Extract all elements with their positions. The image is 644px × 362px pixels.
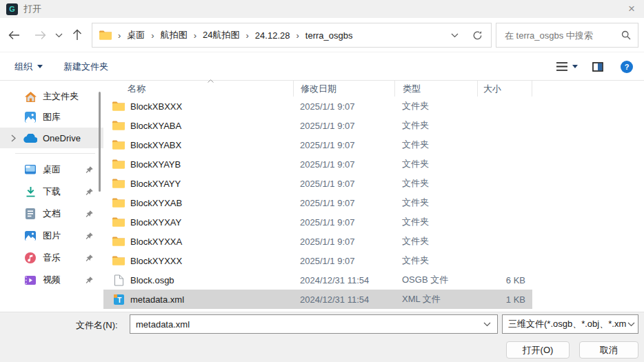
file-rows: BlockXBXXX2025/1/1 9:07文件夹BlockXYABA2025… (103, 97, 644, 309)
sidebar-item-pictures[interactable]: 图片 (0, 225, 103, 247)
file-type-cell: 文件夹 (394, 254, 477, 267)
table-row[interactable]: BlockXYXXA2025/1/1 9:07文件夹 (103, 232, 532, 251)
expander-chevron-icon[interactable] (8, 134, 18, 142)
preview-pane-icon[interactable] (592, 62, 603, 72)
folder-icon (112, 101, 125, 111)
file-name: BlockXBXXX (130, 101, 182, 112)
pin-icon (85, 210, 94, 219)
column-header[interactable]: 类型 (394, 81, 477, 97)
table-row[interactable]: BlockXYXAB2025/1/1 9:07文件夹 (103, 193, 532, 212)
sidebar-pinned-group: 桌面下载文档图片音乐视频 (0, 159, 103, 291)
folder-icon (112, 179, 125, 188)
table-row[interactable]: BlockXYAYY2025/1/1 9:07文件夹 (103, 174, 532, 193)
breadcrumb-folder-icon (99, 30, 112, 40)
breadcrumb-item[interactable]: 桌面 (127, 29, 145, 41)
sidebar-scrollbar[interactable] (99, 92, 101, 192)
file-type-cell: 文件夹 (394, 119, 477, 132)
breadcrumb-item[interactable]: 航拍图 (161, 29, 188, 41)
file-type-cell: OSGB 文件 (394, 274, 477, 286)
column-header[interactable]: 修改日期 (293, 81, 394, 97)
folder-icon (112, 140, 125, 150)
table-row[interactable]: Tmetadata.xml2024/12/31 11:54XML 文件1 KB (103, 290, 532, 309)
list-header: 名称修改日期类型大小 (103, 81, 644, 97)
sidebar-item-gallery[interactable]: 图库 (0, 107, 103, 128)
desktop-icon (23, 165, 37, 174)
file-name-cell: Tmetadata.xml (103, 294, 293, 305)
file-type-cell: 文件夹 (394, 235, 477, 248)
up-button[interactable] (72, 29, 82, 41)
filename-dropdown-chevron-icon[interactable] (483, 322, 497, 327)
open-button[interactable]: 打开(O) (506, 341, 570, 359)
videos-icon (23, 276, 37, 285)
sidebar-item-desktop[interactable]: 桌面 (0, 159, 103, 181)
back-button[interactable] (8, 30, 20, 40)
search-input[interactable] (503, 30, 621, 41)
file-type-cell: 文件夹 (394, 100, 477, 112)
recent-locations-chevron-icon[interactable] (55, 33, 63, 38)
documents-icon (23, 208, 37, 219)
sidebar-item-home[interactable]: 主文件夹 (0, 86, 103, 107)
cancel-button[interactable]: 取消 (579, 341, 638, 359)
view-options-button[interactable] (556, 62, 578, 71)
table-row[interactable]: BlockXYABA2025/1/1 9:07文件夹 (103, 116, 532, 135)
sidebar-item-documents[interactable]: 文档 (0, 203, 103, 225)
breadcrumb-separator: › (117, 30, 121, 41)
file-date-cell: 2025/1/1 9:07 (293, 121, 394, 131)
breadcrumb-item[interactable]: 24.12.28 (255, 30, 290, 41)
sidebar-item-music[interactable]: 音乐 (0, 247, 103, 269)
file-name-cell: Block.osgb (103, 274, 293, 286)
file-name: Block.osgb (130, 275, 174, 285)
music-icon (23, 252, 37, 263)
table-row[interactable]: BlockXYABX2025/1/1 9:07文件夹 (103, 135, 532, 154)
sidebar-item-videos[interactable]: 视频 (0, 269, 103, 291)
close-icon[interactable]: × (628, 2, 635, 16)
help-icon[interactable]: ? (621, 61, 633, 73)
gallery-icon (23, 112, 37, 123)
sort-ascending-icon[interactable] (208, 79, 214, 83)
folder-icon (112, 121, 125, 130)
filename-input[interactable] (130, 319, 483, 330)
filename-label: 文件名(N): (76, 319, 118, 332)
file-date-cell: 2025/1/1 9:07 (293, 237, 394, 247)
new-folder-label: 新建文件夹 (63, 61, 108, 73)
filetype-select[interactable]: 三维文件(*.osgb、*.obj、*.xm (502, 314, 638, 334)
table-row[interactable]: BlockXYXXX2025/1/1 9:07文件夹 (103, 251, 532, 270)
downloads-icon (23, 186, 37, 197)
file-type-cell: 文件夹 (394, 216, 477, 228)
table-row[interactable]: BlockXBXXX2025/1/1 9:07文件夹 (103, 97, 532, 116)
new-folder-button[interactable]: 新建文件夹 (63, 61, 108, 73)
sidebar-item-label: 视频 (43, 274, 61, 286)
organize-button[interactable]: 组织 (14, 61, 43, 73)
breadcrumb-separator: › (150, 30, 154, 41)
caret-down-icon (37, 65, 43, 68)
pictures-icon (23, 231, 37, 241)
file-name-cell: BlockXYXXA (103, 237, 293, 247)
pin-icon (85, 165, 94, 174)
breadcrumb-separator: › (295, 30, 299, 41)
sidebar-item-downloads[interactable]: 下载 (0, 181, 103, 203)
refresh-icon[interactable] (472, 30, 483, 41)
search-icon[interactable] (621, 30, 631, 40)
file-type-cell: 文件夹 (394, 158, 477, 170)
file-name: BlockXYAYY (130, 179, 181, 189)
home-icon (23, 92, 37, 102)
address-dropdown-chevron-icon[interactable] (451, 33, 459, 38)
pin-icon (85, 276, 94, 285)
file-name: BlockXYABA (130, 121, 181, 131)
sidebar-divider (15, 153, 95, 154)
breadcrumb-item[interactable]: 24航拍图 (203, 29, 239, 41)
file-date-cell: 2025/1/1 9:07 (293, 179, 394, 189)
table-row[interactable]: BlockXYAYB2025/1/1 9:07文件夹 (103, 154, 532, 174)
file-name: BlockXYXXX (130, 256, 182, 266)
table-row[interactable]: Block.osgb2024/12/31 11:54OSGB 文件6 KB (103, 270, 532, 290)
folder-icon (112, 256, 125, 265)
main-area: 主文件夹图库OneDrive 桌面下载文档图片音乐视频 名称修改日期类型大小 B… (0, 81, 644, 312)
table-row[interactable]: BlockXYXAY2025/1/1 9:07文件夹 (103, 212, 532, 232)
file-name-cell: BlockXYABX (103, 140, 293, 150)
column-header[interactable]: 名称 (103, 81, 293, 97)
breadcrumb-item[interactable]: terra_osgbs (305, 30, 353, 41)
list-view-icon (556, 62, 567, 71)
column-header[interactable]: 大小 (477, 81, 532, 97)
sidebar-item-onedrive[interactable]: OneDrive (0, 128, 103, 148)
window-title: 打开 (23, 3, 41, 15)
